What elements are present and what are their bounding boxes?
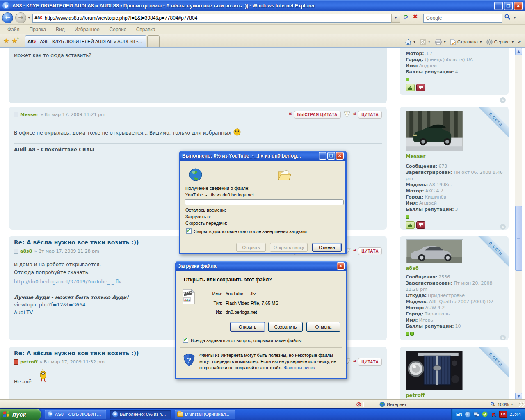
dialog-close-button[interactable]: ✕ — [337, 262, 345, 270]
menu-view[interactable]: Вид — [51, 25, 70, 34]
scroll-down-button[interactable]: ▼ — [515, 393, 522, 400]
start-button[interactable]: пуск — [0, 409, 41, 420]
profile-username[interactable]: petroff — [406, 393, 503, 398]
post-author[interactable]: petroff — [20, 359, 38, 365]
open-button[interactable]: Открыть — [230, 322, 265, 332]
download-link[interactable]: http://dn0.berloga.net/37019/YouTube_-_.… — [14, 279, 121, 285]
scroll-up-button[interactable]: ▲ — [515, 48, 522, 55]
profile-a8s8: В СЕТИ a8s8 Сообщения:2536 Зарегистриров… — [400, 236, 509, 340]
home-button[interactable]: ▼ — [405, 39, 416, 45]
new-tab-stub[interactable] — [147, 35, 160, 47]
dialog-maximize-button[interactable]: ❐ — [327, 152, 335, 160]
reputation-square — [410, 332, 414, 336]
email-button[interactable]: ✉ — [466, 95, 478, 95]
pm-button[interactable]: ЛС — [444, 340, 463, 340]
rss-button[interactable]: ▼ — [420, 39, 431, 45]
cancel-button[interactable]: Отмена — [312, 243, 342, 252]
menu-tools[interactable]: Сервис — [105, 25, 131, 34]
kaspersky-keyboard-indicator[interactable]: En — [499, 411, 507, 418]
search-input[interactable] — [424, 15, 502, 21]
taskbar-task-as8[interactable]: e AS8 - КЛУБ ЛЮБИТЕ... — [45, 410, 106, 419]
kaspersky-icon[interactable]: K — [491, 411, 497, 418]
post-author[interactable]: a8s8 — [20, 249, 32, 254]
icq-button[interactable]: ✳ — [466, 340, 478, 340]
url-input[interactable] — [45, 15, 389, 21]
page-menu-button[interactable]: Страница ▼ — [450, 39, 482, 45]
thumb-down-button[interactable] — [416, 84, 425, 91]
menu-edit[interactable]: Правка — [25, 25, 51, 34]
profile-username[interactable]: Messer — [406, 153, 503, 159]
resize-grip[interactable] — [519, 402, 525, 407]
add-favorite-icon[interactable]: ★ — [11, 37, 17, 44]
refresh-button[interactable] — [401, 13, 410, 23]
user-avatar[interactable] — [406, 351, 463, 390]
dialog-close-button[interactable]: ✕ — [336, 152, 344, 160]
post-author[interactable]: Messer — [20, 112, 38, 117]
dialog-titlebar: Загрузка файла ✕ — [176, 261, 347, 271]
cancel-button[interactable]: Отмена — [306, 322, 340, 332]
vertical-scrollbar[interactable]: ▲ ▼ — [515, 48, 522, 400]
save-button[interactable]: Сохранить — [268, 322, 303, 332]
quote-button[interactable]: ЦИТАТА — [358, 247, 382, 255]
zoom-level[interactable]: 100% — [498, 402, 509, 407]
print-button[interactable]: ▼ — [435, 39, 446, 45]
back-to-top-button[interactable]: ▲ — [500, 97, 506, 103]
active-tab[interactable]: A8S AS8 - КЛУБ ЛЮБИТЕЛЕЙ AUDI A8 и AUDI … — [25, 35, 146, 47]
thumb-down-button[interactable] — [416, 221, 425, 229]
thumb-up-button[interactable] — [406, 221, 415, 229]
thumb-up-button[interactable] — [406, 84, 415, 91]
search-box[interactable] — [423, 14, 502, 23]
profile-messer: В СЕТИ Messer Сообщения:673 Зарегистриро… — [400, 107, 509, 230]
scrollbar-thumb[interactable] — [515, 206, 522, 271]
address-bar[interactable]: A8S — [32, 14, 391, 23]
dialog-minimize-button[interactable]: _ — [319, 152, 326, 160]
more-commands-chevron[interactable]: » — [518, 39, 521, 45]
user-avatar[interactable] — [406, 111, 463, 151]
quote-button[interactable]: ЦИТАТА — [358, 111, 382, 119]
menu-file[interactable]: Файл — [2, 25, 25, 34]
back-to-top-button[interactable]: ▲ — [500, 335, 506, 340]
quote-button[interactable]: ЦИТАТА — [358, 358, 382, 366]
profile-username[interactable]: a8s8 — [406, 265, 503, 271]
signature-link[interactable]: Audi TV — [14, 310, 33, 315]
icq-button[interactable]: ✳ — [481, 95, 493, 95]
back-to-top-button[interactable]: ▲ — [500, 224, 506, 230]
skype-online-icon[interactable] — [482, 411, 488, 418]
language-indicator[interactable]: EN — [456, 412, 462, 417]
profile-button[interactable]: ПРОФИЛЬ — [406, 340, 441, 340]
network-icon[interactable] — [473, 411, 479, 418]
history-dropdown-icon[interactable]: ▼ — [27, 16, 31, 20]
quick-quote-button[interactable]: БЫСТРАЯ ЦИТАТА — [294, 111, 341, 119]
menu-favorites[interactable]: Избранное — [70, 25, 105, 34]
search-button[interactable] — [503, 13, 512, 23]
open-button[interactable]: Открыть — [236, 243, 266, 252]
close-when-done-checkbox[interactable]: ✔ — [186, 228, 192, 234]
minimize-button[interactable]: _ — [494, 2, 503, 10]
restore-button[interactable]: ❐ — [504, 2, 513, 10]
profile-button[interactable]: ПРОФИЛЬ — [406, 95, 441, 95]
report-button[interactable]: ! — [343, 111, 351, 118]
post-date: » Вт мар 17, 2009 11:28 pm — [34, 249, 99, 254]
clock[interactable]: 23:44 — [509, 412, 521, 417]
always-ask-checkbox[interactable]: ✔ — [183, 338, 188, 343]
taskbar-task-explorer[interactable]: D:\Install (Оригинал... — [175, 410, 235, 419]
zoom-dropdown-icon[interactable]: ▼ — [511, 403, 514, 406]
tools-menu-button[interactable]: Сервис ▼ — [486, 39, 514, 45]
address-dropdown-button[interactable]: ▼ — [391, 14, 400, 23]
signature-link[interactable]: viewtopic.php?f=12&t=3664 — [14, 302, 85, 308]
taskbar-task-download[interactable]: e Выполнено: 0% из Y... — [110, 410, 171, 419]
open-folder-button[interactable]: Открыть папку — [270, 243, 308, 252]
risk-factors-link[interactable]: Факторы риска — [284, 365, 315, 370]
pm-button[interactable]: ЛС — [444, 95, 463, 95]
post-page-icon — [14, 249, 18, 254]
hide-icons-button[interactable]: ‹ — [465, 411, 471, 418]
forward-button[interactable]: → — [15, 12, 26, 23]
stop-button[interactable]: ✖ — [411, 13, 420, 23]
favorites-icon[interactable]: ★ — [3, 37, 9, 44]
menu-help[interactable]: Справка — [131, 25, 160, 34]
search-options-icon[interactable]: ▼ — [513, 16, 516, 20]
checkmark-icon: ✔ — [187, 228, 191, 233]
user-avatar[interactable] — [406, 239, 463, 263]
close-button[interactable]: ✕ — [514, 2, 523, 10]
back-button[interactable]: ← — [2, 12, 13, 23]
